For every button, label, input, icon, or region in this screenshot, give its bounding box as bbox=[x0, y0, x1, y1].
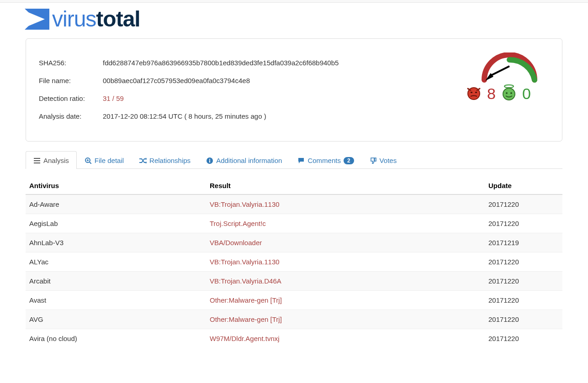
tab-analysis[interactable]: Analysis bbox=[26, 151, 77, 169]
cell-update: 20171220 bbox=[485, 214, 562, 233]
svg-rect-22 bbox=[209, 159, 210, 160]
gauge-icon bbox=[466, 52, 544, 84]
table-row: ALYacVB:Trojan.Valyria.113020171220 bbox=[26, 252, 562, 272]
thumbs-down-icon bbox=[370, 157, 377, 164]
tab-comments[interactable]: Comments 2 bbox=[290, 151, 361, 169]
filename-label: File name: bbox=[39, 77, 103, 84]
svg-rect-13 bbox=[34, 163, 40, 163]
cell-result: VBA/Downloader bbox=[206, 233, 485, 252]
cell-result: VB:Trojan.Valyria.1130 bbox=[206, 252, 485, 272]
table-header-row: Antivirus Result Update bbox=[26, 177, 562, 194]
header-update: Update bbox=[485, 177, 562, 194]
svg-rect-5 bbox=[471, 92, 472, 93]
logo-word-total: total bbox=[96, 7, 140, 31]
cell-result: VB:Trojan.Valyria.D46A bbox=[206, 272, 485, 291]
cell-antivirus: ALYac bbox=[26, 252, 206, 272]
cell-antivirus: Avira (no cloud) bbox=[26, 329, 206, 348]
malicious-vote-count: 8 bbox=[487, 86, 496, 101]
file-summary-panel: SHA256: fdd6288747eb976a863966935b7800b1… bbox=[26, 38, 562, 142]
cell-update: 20171220 bbox=[485, 291, 562, 310]
tab-additional-label: Additional information bbox=[216, 157, 282, 164]
meta-table: SHA256: fdd6288747eb976a863966935b7800b1… bbox=[39, 49, 339, 130]
svg-line-15 bbox=[90, 162, 91, 164]
cell-update: 20171219 bbox=[485, 233, 562, 252]
svg-point-10 bbox=[510, 92, 512, 94]
logo-mark-icon bbox=[25, 9, 49, 30]
cell-antivirus: Avast bbox=[26, 291, 206, 310]
svg-marker-18 bbox=[146, 157, 147, 160]
cell-antivirus: Ad-Aware bbox=[26, 194, 206, 214]
meta-row-date: Analysis date: 2017-12-20 08:12:54 UTC (… bbox=[39, 112, 339, 120]
tab-additional-info[interactable]: Additional information bbox=[198, 151, 290, 169]
table-row: Avira (no cloud)W97M/Dldr.Agent.tvnxj201… bbox=[26, 329, 562, 348]
list-icon bbox=[33, 157, 41, 164]
shuffle-icon bbox=[139, 157, 147, 164]
table-row: AegisLabTroj.Script.Agent!c20171220 bbox=[26, 214, 562, 233]
tab-file-detail-label: File detail bbox=[95, 157, 124, 164]
tab-votes[interactable]: Votes bbox=[362, 151, 405, 169]
verdict-widget: 8 0 bbox=[466, 52, 544, 103]
tab-file-detail[interactable]: File detail bbox=[77, 151, 132, 169]
header-result: Result bbox=[206, 177, 485, 194]
cell-result: Other:Malware-gen [Trj] bbox=[206, 291, 485, 310]
svg-marker-19 bbox=[146, 161, 147, 164]
cell-result: Troj.Script.Agent!c bbox=[206, 214, 485, 233]
page-container: virustotal SHA256: fdd6288747eb976a86396… bbox=[0, 3, 588, 348]
svg-point-9 bbox=[506, 92, 508, 94]
svg-rect-11 bbox=[34, 158, 40, 159]
date-label: Analysis date: bbox=[39, 112, 103, 120]
svg-point-8 bbox=[503, 88, 515, 100]
zoom-in-icon bbox=[85, 157, 92, 164]
meta-row-sha256: SHA256: fdd6288747eb976a863966935b7800b1… bbox=[39, 59, 339, 67]
svg-line-3 bbox=[491, 66, 509, 75]
cell-antivirus: Arcabit bbox=[26, 272, 206, 291]
tab-relationships-label: Relationships bbox=[149, 157, 191, 164]
logo-word-virus: virus bbox=[52, 7, 96, 31]
comment-icon bbox=[297, 157, 305, 164]
date-value: 2017-12-20 08:12:54 UTC ( 8 hours, 25 mi… bbox=[103, 112, 339, 120]
table-row: Ad-AwareVB:Trojan.Valyria.113020171220 bbox=[26, 194, 562, 214]
cell-update: 20171220 bbox=[485, 329, 562, 348]
table-row: ArcabitVB:Trojan.Valyria.D46A20171220 bbox=[26, 272, 562, 291]
virustotal-logo[interactable]: virustotal bbox=[25, 8, 583, 30]
ratio-label: Detection ratio: bbox=[39, 94, 103, 102]
results-table: Antivirus Result Update Ad-AwareVB:Troja… bbox=[26, 177, 562, 348]
filename-value: 00b89aec0af127c057953ed09ea0fa0c3794c4e8 bbox=[103, 77, 339, 84]
angel-icon[interactable] bbox=[501, 84, 517, 103]
comments-count-badge: 2 bbox=[344, 157, 354, 164]
tab-analysis-label: Analysis bbox=[43, 157, 69, 164]
svg-rect-6 bbox=[475, 92, 477, 93]
cell-update: 20171220 bbox=[485, 252, 562, 272]
svg-point-7 bbox=[504, 85, 514, 88]
cell-result: Other:Malware-gen [Trj] bbox=[206, 310, 485, 329]
meta-row-ratio: Detection ratio: 31 / 59 bbox=[39, 94, 339, 102]
svg-rect-12 bbox=[34, 160, 40, 161]
table-row: AhnLab-V3VBA/Downloader20171219 bbox=[26, 233, 562, 252]
cell-antivirus: AVG bbox=[26, 310, 206, 329]
logo-text: virustotal bbox=[52, 8, 140, 30]
cell-result: VB:Trojan.Valyria.1130 bbox=[206, 194, 485, 214]
header-antivirus: Antivirus bbox=[26, 177, 206, 194]
cell-result: W97M/Dldr.Agent.tvnxj bbox=[206, 329, 485, 348]
tab-relationships[interactable]: Relationships bbox=[132, 151, 198, 169]
info-icon bbox=[206, 157, 213, 164]
cell-antivirus: AegisLab bbox=[26, 214, 206, 233]
devil-icon[interactable] bbox=[466, 85, 482, 102]
cell-update: 20171220 bbox=[485, 194, 562, 214]
logo-area: virustotal bbox=[5, 3, 583, 35]
meta-row-filename: File name: 00b89aec0af127c057953ed09ea0f… bbox=[39, 77, 339, 84]
clean-vote-count: 0 bbox=[522, 86, 531, 101]
table-row: AvastOther:Malware-gen [Trj]20171220 bbox=[26, 291, 562, 310]
sha256-label: SHA256: bbox=[39, 59, 103, 67]
cell-update: 20171220 bbox=[485, 272, 562, 291]
svg-rect-21 bbox=[209, 160, 210, 163]
tab-votes-label: Votes bbox=[380, 157, 397, 164]
cell-antivirus: AhnLab-V3 bbox=[26, 233, 206, 252]
cell-update: 20171220 bbox=[485, 310, 562, 329]
ratio-value: 31 / 59 bbox=[103, 94, 339, 102]
sha256-value: fdd6288747eb976a863966935b7800b1ed839ded… bbox=[103, 59, 339, 67]
table-row: AVGOther:Malware-gen [Trj]20171220 bbox=[26, 310, 562, 329]
tabs-bar: Analysis File detail Relationships Addit… bbox=[26, 151, 562, 169]
tab-comments-label: Comments bbox=[307, 157, 341, 164]
